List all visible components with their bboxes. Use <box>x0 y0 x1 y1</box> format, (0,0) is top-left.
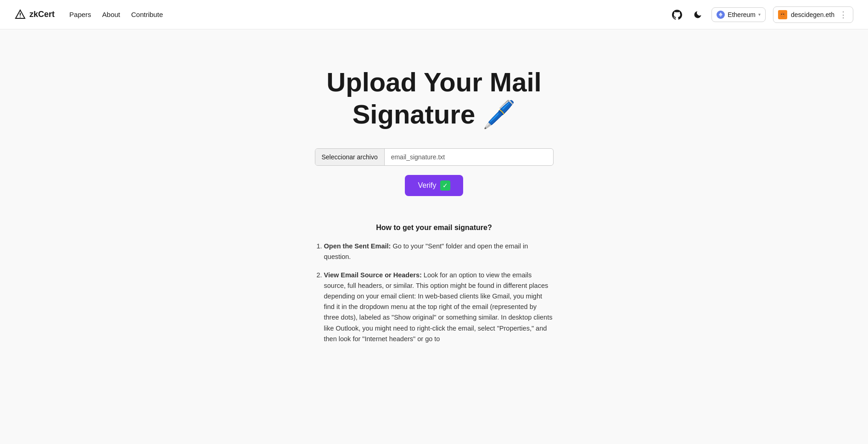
list-item: View Email Source or Headers: Look for a… <box>324 270 554 344</box>
file-select-button[interactable]: Seleccionar archivo <box>315 149 385 165</box>
verify-checkmark-icon: ✓ <box>440 180 450 191</box>
github-button[interactable] <box>670 8 684 22</box>
svg-point-2 <box>20 17 21 17</box>
metamask-fox-icon <box>778 10 787 19</box>
moon-icon <box>693 10 702 19</box>
ethereum-icon <box>717 11 725 19</box>
nav-about[interactable]: About <box>102 11 120 18</box>
step-1-bold: Open the Sent Email: <box>324 242 391 250</box>
nav-papers[interactable]: Papers <box>69 11 91 18</box>
file-input-wrapper: Seleccionar archivo email_signature.txt <box>315 148 554 166</box>
theme-toggle-button[interactable] <box>691 8 704 21</box>
network-selector[interactable]: Ethereum ▾ <box>711 7 766 22</box>
navbar-left: zkCert Papers About Contribute <box>15 9 163 20</box>
brand-logo-icon <box>15 9 26 20</box>
brand-name: zkCert <box>29 10 55 19</box>
wallet-address: descidegen.eth <box>791 11 834 18</box>
nav-contribute[interactable]: Contribute <box>131 11 163 18</box>
main-content: Upload Your Mail Signature 🖊️ Selecciona… <box>0 29 868 372</box>
file-name-display: email_signature.txt <box>385 149 553 165</box>
nav-links: Papers About Contribute <box>69 11 163 19</box>
step-2-bold: View Email Source or Headers: <box>324 271 422 279</box>
chevron-down-icon: ▾ <box>758 12 761 17</box>
page-title-line2: Signature 🖊️ <box>353 99 516 129</box>
verify-label: Verify <box>418 181 436 190</box>
instructions-section: How to get your email signature? Open th… <box>315 224 554 344</box>
wallet-menu-button[interactable]: ⋮ <box>838 10 848 20</box>
step-2-text: Look for an option to view the emails so… <box>324 271 553 343</box>
dots-icon: ⋮ <box>839 10 847 19</box>
navbar: zkCert Papers About Contribute <box>0 0 868 29</box>
page-title: Upload Your Mail Signature 🖊️ <box>326 66 541 130</box>
wallet-info[interactable]: descidegen.eth ⋮ <box>773 6 853 23</box>
github-icon <box>672 10 682 20</box>
navbar-right: Ethereum ▾ descidegen.eth ⋮ <box>670 6 853 23</box>
network-label: Ethereum <box>728 11 756 18</box>
upload-section: Seleccionar archivo email_signature.txt … <box>315 148 554 196</box>
instructions-title: How to get your email signature? <box>315 224 554 232</box>
svg-rect-8 <box>781 14 782 15</box>
page-title-line1: Upload Your Mail <box>326 67 541 97</box>
verify-button[interactable]: Verify ✓ <box>405 175 463 196</box>
list-item: Open the Sent Email: Go to your "Sent" f… <box>324 241 554 262</box>
svg-rect-9 <box>783 14 784 15</box>
instructions-list: Open the Sent Email: Go to your "Sent" f… <box>315 241 554 344</box>
brand-link[interactable]: zkCert <box>15 9 55 20</box>
